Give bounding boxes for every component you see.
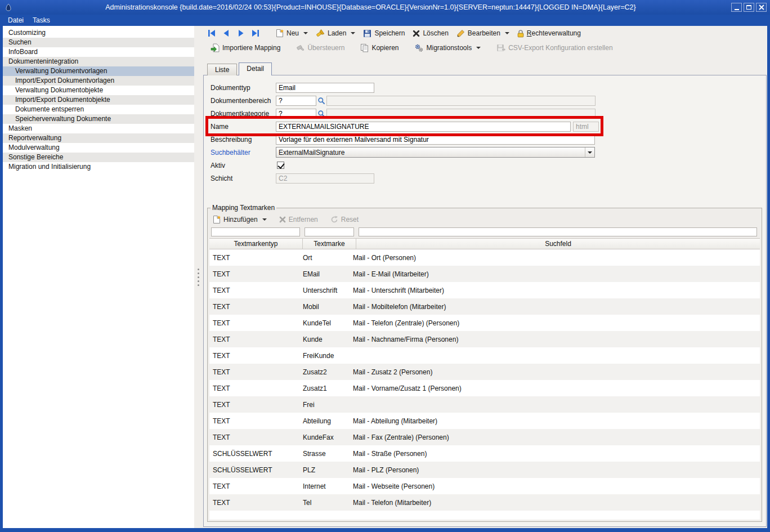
suchbehaelter-select[interactable]: ExternalMailSignature	[276, 147, 595, 158]
entfernen-button[interactable]: Entfernen	[277, 214, 320, 225]
tab-liste[interactable]: Liste	[207, 64, 237, 75]
table-row[interactable]: SCHLÜSSELWERTStrasseMail - Straße (Perso…	[209, 445, 760, 462]
table-row[interactable]: TEXTZusatz2Mail - Zusatz 2 (Personen)	[209, 364, 760, 380]
search-icon[interactable]	[317, 97, 325, 105]
table-row[interactable]: TEXTInternetMail - Webseite (Personen)	[209, 478, 760, 494]
table-cell: Mail - Vorname/Zusatz 1 (Personen)	[350, 385, 760, 392]
table-cell: Mail - Straße (Personen)	[350, 450, 760, 458]
hinzufuegen-button[interactable]: Hinzufügen	[211, 214, 269, 225]
neu-dropdown-icon[interactable]	[303, 32, 308, 34]
sidebar-item-import-export-dokumentvorlagen[interactable]: Import/Export Dokumentvorlagen	[3, 76, 194, 86]
filter-textmarkentyp-input[interactable]	[211, 227, 300, 236]
table-row[interactable]: TEXTZusatz1Mail - Vorname/Zusatz 1 (Pers…	[209, 380, 760, 396]
table-row[interactable]: TEXTKundeTelMail - Telefon (Zentrale) (P…	[209, 315, 760, 331]
filter-suchfeld-input[interactable]	[359, 227, 757, 236]
reset-button[interactable]: Reset	[328, 214, 361, 225]
table-row[interactable]: TEXTFrei	[209, 396, 760, 413]
table-row[interactable]: TEXTTelMail - Telefon (Mitarbeiter)	[209, 494, 760, 511]
table-cell: Mail - Nachname/Firma (Personen)	[350, 336, 760, 343]
splitter-handle[interactable]	[194, 26, 203, 528]
suchbehaelter-label[interactable]: Suchbehälter	[211, 149, 276, 157]
table-cell: Mail - PLZ (Personen)	[350, 466, 760, 474]
table-row[interactable]: TEXTKundeMail - Nachname/Firma (Personen…	[209, 331, 760, 347]
bearbeiten-button[interactable]: Bearbeiten	[453, 28, 513, 39]
csv-export-button[interactable]: CSV-Export Konfiguration erstellen	[493, 42, 616, 54]
sidebar-item-verwaltung-dokumentobjekte[interactable]: Verwaltung Dokumentobjekte	[3, 86, 194, 95]
rechteverwaltung-button[interactable]: Rechteverwaltung	[514, 28, 584, 39]
next-record-icon[interactable]	[234, 28, 248, 39]
menu-item-tasks[interactable]: Tasks	[28, 15, 55, 25]
app-icon	[3, 3, 14, 11]
migrationstools-dropdown-icon[interactable]	[476, 47, 481, 49]
sidebar-item-dokumentenintegration[interactable]: Dokumentenintegration	[3, 57, 194, 66]
table-row[interactable]: TEXTOrtMail - Ort (Personen)	[209, 249, 760, 266]
search-icon[interactable]	[317, 110, 325, 118]
loeschen-button[interactable]: Löschen	[409, 28, 451, 39]
hinzufuegen-dropdown-icon[interactable]	[262, 218, 267, 221]
sidebar-item-masken[interactable]: Masken	[3, 124, 194, 133]
dokumenttyp-input[interactable]	[276, 83, 374, 93]
name-input[interactable]	[276, 122, 571, 132]
sidebar-item-reportverwaltung[interactable]: Reportverwaltung	[3, 133, 194, 143]
chevron-down-icon[interactable]	[585, 147, 594, 157]
table-cell: Mail - Unterschrift (Mitarbeiter)	[350, 287, 760, 294]
neu-button[interactable]: Neu	[272, 27, 311, 39]
laden-dropdown-icon[interactable]	[351, 32, 355, 34]
dokumentkategorie-detail-field	[326, 109, 596, 119]
last-record-icon[interactable]	[249, 28, 262, 39]
dokumentenbereich-input[interactable]	[276, 96, 316, 106]
close-icon[interactable]	[756, 3, 767, 12]
sidebar-item-infoboard[interactable]: InfoBoard	[3, 47, 194, 57]
beschreibung-row: Beschreibung	[211, 133, 758, 146]
sidebar-item-verwaltung-dokumentvorlagen[interactable]: Verwaltung Dokumentvorlagen	[3, 66, 194, 76]
sidebar-item-sonstige-bereiche[interactable]: Sonstige Bereiche	[3, 153, 194, 162]
dokumentkategorie-input[interactable]	[276, 109, 316, 119]
tab-detail[interactable]: Detail	[239, 62, 272, 75]
kopieren-label: Kopieren	[371, 44, 399, 52]
beschreibung-label: Beschreibung	[211, 136, 276, 144]
menu-item-datei[interactable]: Datei	[3, 15, 28, 25]
column-header-textmarke[interactable]: Textmarke	[303, 239, 356, 249]
dokumenttyp-label: Dokumenttyp	[211, 84, 276, 92]
laden-label: Laden	[328, 29, 346, 37]
minimize-icon[interactable]	[731, 3, 742, 12]
sidebar-item-suchen[interactable]: Suchen	[3, 38, 194, 47]
table-cell: TEXT	[209, 368, 299, 376]
filter-textmarke-input[interactable]	[305, 227, 354, 236]
table-cell: TEXT	[209, 270, 299, 278]
speichern-button[interactable]: Speichern	[360, 28, 408, 39]
previous-record-icon[interactable]	[220, 28, 233, 39]
name-row: Name	[211, 120, 758, 133]
sidebar-item-migration-und-initialisierung[interactable]: Migration und Initialisierung	[3, 162, 194, 172]
aktiv-checkbox[interactable]	[277, 162, 284, 169]
table-row[interactable]: TEXTUnterschriftMail - Unterschrift (Mit…	[209, 282, 760, 298]
sidebar-item-speicherverwaltung-dokumente[interactable]: Speicherverwaltung Dokumente	[3, 114, 194, 124]
kopieren-button[interactable]: Kopieren	[357, 42, 402, 54]
table-row[interactable]: TEXTKundeFaxMail - Fax (Zentrale) (Perso…	[209, 429, 760, 445]
table-cell: TEXT	[209, 417, 299, 425]
bearbeiten-dropdown-icon[interactable]	[505, 32, 509, 34]
dokumentenbereich-row: Dokumentenbereich	[211, 94, 758, 107]
column-header-suchfeld[interactable]: Suchfeld	[356, 239, 760, 249]
table-row[interactable]: SCHLÜSSELWERTPLZMail - PLZ (Personen)	[209, 462, 760, 478]
migrationstools-button[interactable]: Migrationstools	[411, 42, 484, 54]
sidebar-item-customizing[interactable]: Customizing	[3, 28, 194, 38]
laden-button[interactable]: Laden	[312, 27, 359, 39]
table-row[interactable]: TEXTFreiKunde	[209, 347, 760, 364]
column-header-textmarkentyp[interactable]: Textmarkentyp	[209, 239, 303, 249]
sidebar-item-modulverwaltung[interactable]: Modulverwaltung	[3, 143, 194, 153]
title-bar: Administrationskonsole {build.date=2016/…	[0, 0, 770, 15]
uebersteuern-button[interactable]: Übersteuern	[293, 42, 348, 54]
beschreibung-input[interactable]	[276, 135, 595, 145]
table-row[interactable]: TEXTEMailMail - E-Mail (Mitarbeiter)	[209, 266, 760, 282]
first-record-icon[interactable]	[205, 28, 218, 39]
maximize-icon[interactable]	[744, 3, 754, 12]
importiere-mapping-button[interactable]: Importiere Mapping	[207, 42, 284, 54]
aktiv-label: Aktiv	[211, 162, 276, 169]
sidebar-item-import-export-dokumentobjekte[interactable]: Import/Export Dokumentobjekte	[3, 95, 194, 105]
table-row[interactable]: TEXTAbteilungMail - Abteilung (Mitarbeit…	[209, 413, 760, 429]
add-document-icon	[213, 215, 221, 224]
table-cell: TEXT	[209, 482, 299, 490]
sidebar-item-dokumente-entsperren[interactable]: Dokumente entsperren	[3, 105, 194, 114]
table-row[interactable]: TEXTMobilMail - Mobiltelefon (Mitarbeite…	[209, 298, 760, 315]
